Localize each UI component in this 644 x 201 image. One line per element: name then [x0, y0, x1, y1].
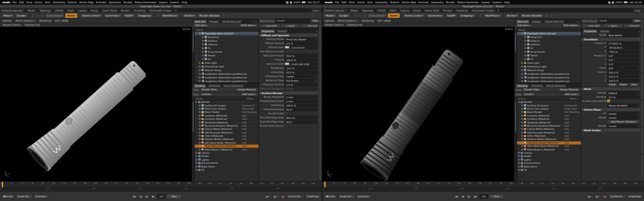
graph-editor-button[interactable]: Graph Ed...	[16, 194, 33, 199]
layout-tab[interactable]: Scripting	[454, 8, 470, 12]
visibility-eye-icon[interactable]	[199, 115, 201, 117]
play-button[interactable]: Play	[167, 194, 182, 199]
layout-switcher[interactable]: Default Layouts▾	[322, 8, 348, 12]
shader-row[interactable]: Vidro (Material) (all)	[195, 134, 259, 138]
shader-row[interactable]: Bake Items	[195, 165, 259, 168]
menu-item[interactable]: Dynamics	[431, 1, 443, 4]
menu-item[interactable]: Edit	[341, 1, 346, 4]
property-row[interactable]: Specular Amount 55.0 % 55.0 %	[259, 54, 318, 58]
property-row[interactable]: Always Enabled Always Enabled	[581, 103, 640, 107]
visibility-eye-icon[interactable]	[521, 142, 523, 144]
add-key-button[interactable]: ◆+	[264, 195, 271, 199]
shader-row[interactable]: Borracha Externa (Material) (all)	[517, 124, 581, 128]
shader-row[interactable]: Final Color Output Final Color	[195, 107, 259, 111]
layout-tab[interactable]: Render	[119, 8, 132, 12]
timeline-tick[interactable]: 52	[270, 182, 281, 187]
shader-row[interactable]: Cordona (Material) (all)	[517, 114, 581, 117]
property-row[interactable]: Anisotropy 25.0 % 25.0 %	[259, 70, 318, 74]
filter-items-button[interactable]: Filter Items▾	[239, 23, 258, 28]
tray-icon[interactable]	[608, 1, 610, 4]
settings-button[interactable]: ⚙Settings	[627, 194, 643, 199]
snapping-dropdown[interactable]: Snapping▾	[136, 13, 153, 18]
timeline-tick[interactable]: 38	[197, 182, 208, 187]
shader-row[interactable]: Plastico Botão (Material) (all)	[195, 138, 259, 141]
viewport-option[interactable]: Options	[1, 19, 13, 23]
shader-row[interactable]: LED Principal (Material) (all)	[195, 131, 259, 134]
viewport-3d[interactable]: OptionsEffect: Gradien...RenderingLUT : …	[0, 19, 192, 181]
visibility-eye-icon[interactable]	[202, 58, 204, 60]
render-window-button[interactable]: Render Window	[520, 13, 544, 18]
timeline-tick[interactable]: 12	[62, 182, 73, 187]
timeline-tick[interactable]: 26	[457, 182, 468, 187]
visibility-eye-icon[interactable]	[199, 80, 201, 82]
shader-row[interactable]: Bake Items	[517, 165, 581, 168]
shader-row[interactable]: Cotula Metal (Material) (all)	[195, 128, 259, 131]
visibility-eye-icon[interactable]	[518, 155, 520, 157]
property-value[interactable]: 0.0 %	[607, 95, 639, 99]
shader-row[interactable]: Environments	[517, 162, 581, 165]
layout-tab[interactable]: Schematic Fusion	[148, 8, 174, 12]
tab-images[interactable]: Images	[530, 19, 543, 23]
render-dropdown[interactable]: Render▾	[183, 13, 197, 18]
shader-row[interactable]: Library	[517, 151, 581, 155]
property-value[interactable]: 12.0 %	[285, 67, 317, 70]
edges-mode-icon[interactable]	[358, 14, 362, 17]
property-row[interactable]: Scale X 100.0 % 100.0 %	[581, 70, 640, 74]
remove-key-button[interactable]: ◆−	[272, 195, 279, 199]
property-row[interactable]: Shading Model Physically Based Physicall…	[259, 37, 318, 41]
settings-button[interactable]: ⚙Settings	[305, 194, 321, 199]
only-toggle[interactable]: Only▾	[632, 8, 644, 12]
property-value[interactable]: -44.8136 m	[607, 46, 639, 49]
shader-row[interactable]: Topo Metal Base (Material) (all)	[517, 145, 581, 148]
visibility-eye-icon[interactable]	[202, 47, 204, 49]
menu-item[interactable]: Vertex Map	[79, 1, 93, 4]
property-row[interactable]: Anisotropy Map (none) (none)	[259, 74, 318, 78]
property-row[interactable]: Surface Normal	[259, 91, 318, 95]
shader-row[interactable]: FX	[517, 168, 581, 172]
timeline-tick[interactable]: 56	[613, 182, 623, 187]
visibility-eye-icon[interactable]	[518, 159, 520, 161]
viewport-option[interactable]: LUT : sRGB	[376, 19, 392, 23]
viewport-canvas[interactable]	[322, 27, 514, 181]
visibility-eye-icon[interactable]	[524, 47, 526, 49]
next-frame-button[interactable]: ▶	[466, 195, 472, 199]
timeline-tick[interactable]: 60	[311, 182, 322, 187]
tab-images[interactable]: Images	[208, 19, 220, 23]
timeline-tick[interactable]: 6	[31, 182, 42, 187]
visibility-eye-icon[interactable]	[518, 169, 520, 171]
menu-item[interactable]: Animate	[418, 1, 429, 4]
timeline-tick[interactable]: 12	[385, 182, 395, 187]
property-value[interactable]: 0.0°	[607, 54, 639, 57]
viewport-option[interactable]: Render Camera	[324, 23, 345, 27]
tree-item[interactable]: F1	[517, 46, 581, 50]
previous-frame-button[interactable]: ◀	[138, 195, 143, 199]
viewport-zoom-icon[interactable]	[188, 28, 190, 30]
visibility-eye-icon[interactable]	[524, 55, 526, 56]
visibility-eye-icon[interactable]	[196, 162, 197, 164]
form-side-tabs[interactable]	[319, 20, 322, 180]
timeline-tick[interactable]: 40	[208, 182, 218, 187]
tab-shading[interactable]: Shading	[193, 84, 207, 88]
only-toggle[interactable]: Only▾	[310, 8, 322, 12]
property-row[interactable]: Rounded Edge Width 800 um 800 um	[259, 116, 318, 120]
polygons-mode-icon[interactable]	[40, 14, 44, 17]
layout-tab[interactable]: Game Tools	[100, 8, 119, 12]
visibility-eye-icon[interactable]	[521, 69, 523, 71]
visibility-eye-icon[interactable]	[521, 33, 523, 34]
panel-popout-icon[interactable]	[253, 21, 255, 23]
shader-filter-dropdown[interactable]: (none)▾	[200, 92, 213, 96]
property-row[interactable]: Fresnel 100.0 % 100.0 %	[259, 58, 318, 62]
visibility-eye-icon[interactable]	[524, 58, 526, 60]
shader-row[interactable]: Lights	[195, 158, 259, 162]
shader-row[interactable]: StrapClip (Material) (all)	[195, 121, 259, 124]
menubar-clock[interactable]: Sat 12:19	[629, 1, 642, 4]
timeline-tick[interactable]: 44	[229, 182, 239, 187]
tree-item[interactable]: roughness attenuation gradient.lxp	[195, 79, 259, 83]
visibility-eye-icon[interactable]	[202, 51, 204, 53]
shader-row[interactable]: StrapClip (Material) (all)	[517, 121, 581, 124]
property-row[interactable]: Vertex Maps	[581, 107, 640, 112]
property-row[interactable]: Dissolve 0.0 % 0.0 %	[581, 95, 640, 99]
visibility-eye-icon[interactable]	[199, 145, 201, 147]
visibility-eye-icon[interactable]	[202, 36, 204, 38]
sculpt-mode-dropdown[interactable]: Sculpt▾	[15, 13, 28, 18]
